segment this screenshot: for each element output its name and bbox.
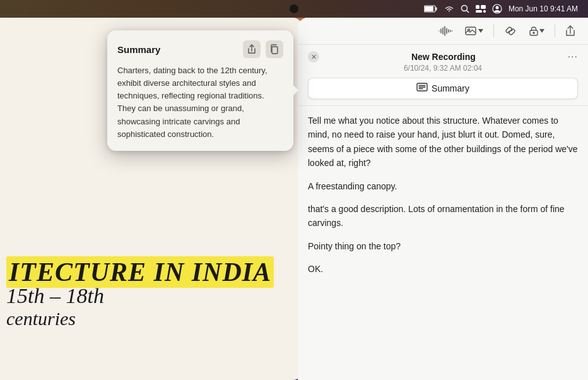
handwriting-highlight: ITECTURE IN INDIA <box>6 256 274 288</box>
user-icon[interactable] <box>492 4 502 14</box>
transcript-para-2: A freestanding canopy. <box>308 179 578 193</box>
summary-body: Charters, dating back to the 12th centur… <box>117 64 283 141</box>
handwriting-line1: ITECTURE IN INDIA <box>6 257 274 287</box>
notes-panel: ✕ New Recording ··· 6/10/24, 9:32 AM 02:… <box>298 18 588 380</box>
lock-button[interactable] <box>527 25 547 37</box>
summary-popup-title: Summary <box>117 44 160 55</box>
link-button[interactable] <box>502 25 519 37</box>
search-icon[interactable] <box>461 4 469 13</box>
svg-point-10 <box>495 6 498 9</box>
svg-rect-23 <box>530 30 538 35</box>
svg-point-24 <box>533 32 534 33</box>
notes-toolbar <box>298 18 588 45</box>
svg-rect-11 <box>272 47 278 54</box>
menu-bar-right: Mon Jun 10 9:41 AM <box>424 4 578 14</box>
summary-button-label: Summary <box>432 83 469 93</box>
summary-share-button[interactable] <box>243 40 261 58</box>
recording-meta: 6/10/24, 9:32 AM 02:04 <box>308 64 578 73</box>
svg-line-4 <box>466 11 469 13</box>
summary-button-icon <box>416 83 428 94</box>
transcript-para-3: that's a good description. Lots of ornam… <box>308 202 578 230</box>
summary-popup-header: Summary <box>117 40 283 58</box>
recording-item: ✕ New Recording ··· 6/10/24, 9:32 AM 02:… <box>298 45 588 106</box>
svg-line-22 <box>509 30 512 32</box>
recording-header: ✕ New Recording ··· <box>308 51 578 62</box>
recording-close-button[interactable]: ✕ <box>308 51 319 62</box>
control-center-icon[interactable] <box>476 5 486 13</box>
battery-icon <box>424 5 438 13</box>
recording-more-button[interactable]: ··· <box>568 51 578 62</box>
svg-rect-1 <box>425 6 433 11</box>
transcript: Tell me what you notice about this struc… <box>298 106 588 293</box>
handwriting-text: ITECTURE IN INDIA 15th – 18th centuries <box>6 257 274 330</box>
svg-point-3 <box>461 6 467 11</box>
summary-button[interactable]: Summary <box>308 78 578 99</box>
menu-bar-time: Mon Jun 10 9:41 AM <box>509 4 578 13</box>
summary-copy-button[interactable] <box>266 40 283 58</box>
toolbar-divider-2 <box>555 25 555 37</box>
transcript-para-5: OK. <box>308 262 578 276</box>
toolbar-divider-1 <box>493 25 494 37</box>
camera-notch <box>290 4 298 13</box>
waveform-button[interactable] <box>436 25 455 37</box>
share-button[interactable] <box>563 24 578 38</box>
notes-content[interactable]: ✕ New Recording ··· 6/10/24, 9:32 AM 02:… <box>298 45 588 380</box>
transcript-para-1: Tell me what you notice about this struc… <box>308 114 578 170</box>
photo-button[interactable] <box>462 25 486 37</box>
summary-actions <box>243 40 283 58</box>
svg-rect-20 <box>466 27 476 35</box>
svg-rect-6 <box>481 5 486 9</box>
recording-title: New Recording <box>319 52 568 62</box>
svg-rect-8 <box>483 10 486 13</box>
svg-rect-2 <box>435 8 437 11</box>
transcript-para-4: Pointy thing on the top? <box>308 239 578 253</box>
wifi-icon <box>444 5 454 13</box>
handwriting-line3: centuries <box>6 308 274 330</box>
svg-rect-5 <box>476 5 479 9</box>
svg-rect-7 <box>476 10 482 13</box>
summary-popup: Summary Charters, dating back to the 12t… <box>107 30 293 151</box>
